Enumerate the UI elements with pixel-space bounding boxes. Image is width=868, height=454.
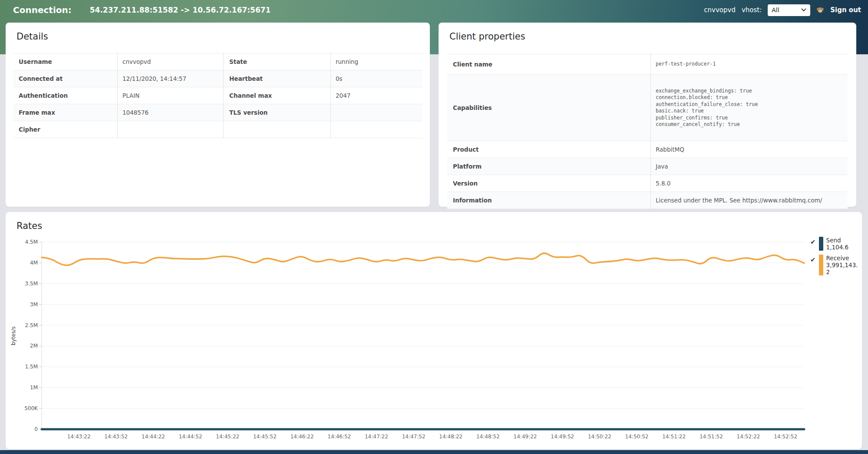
row-value — [330, 121, 422, 138]
x-tick-label: 14:43:52 — [104, 434, 128, 440]
row-value: cnvvopvd — [117, 53, 223, 70]
y-tick-label: 2M — [30, 343, 38, 349]
row-value: running — [330, 53, 422, 70]
series-line-receive — [42, 253, 804, 265]
table-row: InformationLicensed under the MPL. See h… — [447, 192, 848, 209]
y-tick-label: 4.5M — [25, 239, 38, 245]
current-user: cnvvopvd — [704, 6, 736, 14]
y-tick-label: 3M — [30, 302, 38, 308]
y-tick-label: 1.5M — [25, 364, 38, 370]
details-panel: Details UsernamecnvvopvdStaterunningConn… — [6, 23, 430, 207]
row-label: Cipher — [13, 121, 117, 138]
x-tick-label: 14:46:22 — [290, 434, 314, 440]
row-value: exchange_exchange_bindings: true connect… — [650, 75, 848, 141]
connection-address: 54.237.211.88:51582 -> 10.56.72.167:5671 — [90, 6, 271, 14]
details-table: UsernamecnvvopvdStaterunningConnected at… — [13, 53, 422, 138]
x-tick-label: 14:51:22 — [662, 434, 686, 440]
row-value: RabbitMQ — [650, 141, 848, 158]
row-label: Capabilities — [447, 75, 650, 141]
x-tick-label: 14:47:52 — [402, 434, 426, 440]
y-tick-label: 500K — [24, 405, 38, 411]
x-tick-label: 14:49:22 — [514, 434, 537, 440]
header-row: Connection: 54.237.211.88:51582 -> 10.56… — [0, 0, 868, 20]
details-title: Details — [6, 23, 430, 42]
x-tick-label: 14:52:52 — [774, 434, 797, 440]
x-tick-label: 14:48:22 — [439, 434, 462, 440]
table-row: Client nameperf-test-producer-1 — [447, 54, 848, 75]
row-label: Channel max — [223, 87, 330, 104]
x-tick-label: 14:47:22 — [365, 434, 388, 440]
vhost-selected-value: All — [772, 7, 779, 13]
row-value — [117, 121, 223, 138]
legend-label: Receive 3,991,143.2 — [826, 255, 858, 275]
row-label: Heartbeat — [223, 70, 330, 87]
row-label — [223, 121, 330, 138]
row-value: 1048576 — [117, 104, 223, 121]
y-tick-label: 0 — [34, 426, 38, 432]
rates-panel: Rates 4.5M4M3.5M3M2.5M2M1.5M1M500K014:43… — [6, 212, 862, 449]
row-label: Username — [13, 53, 117, 70]
row-value: perf-test-producer-1 — [650, 54, 848, 74]
table-row: PlatformJava — [447, 158, 848, 175]
row-label: Connected at — [13, 70, 117, 87]
table-row: Connected at12/11/2020, 14:14:57Heartbea… — [13, 70, 422, 87]
x-tick-label: 14:50:22 — [588, 434, 611, 440]
x-tick-label: 14:50:52 — [625, 434, 649, 440]
x-tick-label: 14:45:52 — [253, 434, 277, 440]
vhost-select[interactable]: All — [768, 4, 810, 16]
y-tick-label: 3.5M — [25, 281, 38, 287]
monkey-icon — [816, 6, 824, 14]
row-value — [330, 104, 422, 121]
legend-color-bar — [819, 237, 823, 251]
vhost-label: vhost: — [742, 6, 762, 14]
row-label: Product — [447, 141, 650, 158]
row-label: Platform — [447, 158, 650, 175]
y-tick-label: 4M — [30, 260, 38, 266]
x-tick-label: 14:49:52 — [551, 434, 574, 440]
x-tick-label: 14:48:52 — [476, 434, 500, 440]
legend-label: Send 1,104.6 — [826, 237, 858, 251]
checkmark-icon: ✔ — [810, 238, 816, 251]
checkmark-icon: ✔ — [810, 256, 816, 275]
x-tick-label: 14:52:22 — [737, 434, 760, 440]
row-label: Frame max — [13, 104, 117, 121]
x-tick-label: 14:45:22 — [216, 434, 239, 440]
table-row: Version5.8.0 — [447, 175, 848, 192]
table-row: AuthenticationPLAINChannel max2047 — [13, 87, 422, 104]
rates-chart: 4.5M4M3.5M3M2.5M2M1.5M1M500K014:43:2214:… — [6, 212, 862, 449]
row-value: 2047 — [330, 87, 422, 104]
y-tick-label: 1M — [30, 384, 38, 391]
chart-legend: ✔Send 1,104.6✔Receive 3,991,143.2 — [810, 237, 861, 279]
table-row: Cipher — [13, 121, 422, 138]
row-label: Client name — [447, 54, 650, 74]
legend-color-bar — [819, 255, 823, 275]
row-value: PLAIN — [117, 87, 223, 104]
y-axis-label: bytes/s — [10, 326, 17, 345]
row-value: 5.8.0 — [650, 175, 848, 192]
table-row: Capabilitiesexchange_exchange_bindings: … — [447, 75, 848, 141]
client-properties-table: Client nameperf-test-producer-1Capabilit… — [447, 54, 848, 209]
page-title: Connection: — [13, 5, 72, 15]
table-row: UsernamecnvvopvdStaterunning — [13, 53, 422, 70]
row-label: TLS version — [223, 104, 330, 121]
row-value: Licensed under the MPL. See https://www.… — [650, 192, 848, 209]
table-row: ProductRabbitMQ — [447, 141, 848, 158]
x-tick-label: 14:44:22 — [142, 434, 165, 440]
x-tick-label: 14:46:52 — [327, 434, 351, 440]
chevron-down-icon — [801, 8, 806, 12]
row-label: Information — [447, 192, 650, 209]
y-tick-label: 2.5M — [25, 322, 38, 328]
row-value: Java — [650, 158, 848, 175]
row-label: State — [223, 53, 330, 70]
x-tick-label: 14:51:52 — [700, 434, 723, 440]
legend-item-receive[interactable]: ✔Receive 3,991,143.2 — [810, 255, 861, 275]
x-tick-label: 14:43:22 — [67, 434, 91, 440]
legend-item-send[interactable]: ✔Send 1,104.6 — [810, 237, 861, 251]
row-label: Version — [447, 175, 650, 192]
row-label: Authentication — [13, 87, 117, 104]
x-tick-label: 14:44:52 — [179, 434, 202, 440]
row-value: 12/11/2020, 14:14:57 — [117, 70, 223, 87]
sign-out-button[interactable]: Sign out — [830, 6, 861, 14]
client-properties-panel: Client properties Client nameperf-test-p… — [439, 23, 856, 207]
client-properties-title: Client properties — [439, 23, 856, 42]
